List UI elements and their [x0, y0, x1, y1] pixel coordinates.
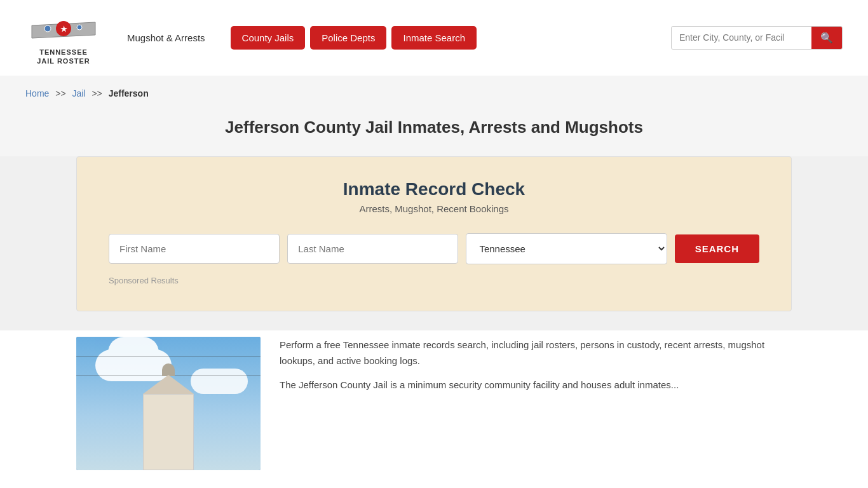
content-para2: The Jefferson County Jail is a minimum s…: [280, 377, 792, 393]
police-depts-button[interactable]: Police Depts: [310, 26, 386, 50]
header: ★ TENNESSEE JAIL ROSTER Mugshot & Arrest…: [0, 0, 868, 76]
content-flex: Perform a free Tennessee inmate records …: [76, 330, 792, 470]
logo-icon: ★: [29, 10, 98, 48]
inmate-search-form: Tennessee Alabama Georgia Kentucky Virgi…: [109, 233, 759, 264]
header-search-button[interactable]: 🔍: [811, 27, 842, 49]
breadcrumb-home[interactable]: Home: [25, 88, 49, 98]
breadcrumb-sep1: >>: [55, 88, 65, 98]
svg-text:★: ★: [60, 25, 67, 34]
breadcrumb-bar: Home >> Jail >> Jefferson: [0, 76, 868, 105]
breadcrumb-sep2: >>: [92, 88, 102, 98]
page-title: Jefferson County Jail Inmates, Arrests a…: [25, 118, 843, 137]
county-jails-button[interactable]: County Jails: [231, 26, 306, 50]
breadcrumb-current: Jefferson: [109, 88, 149, 98]
svg-point-4: [77, 25, 82, 30]
breadcrumb-jail[interactable]: Jail: [72, 88, 86, 98]
page-title-section: Jefferson County Jail Inmates, Arrests a…: [0, 105, 868, 156]
inmate-search-button-form[interactable]: SEARCH: [675, 234, 759, 263]
wire1: [76, 356, 261, 356]
header-search: 🔍: [671, 26, 843, 50]
record-check-box: Inmate Record Check Arrests, Mugshot, Re…: [76, 156, 792, 311]
logo[interactable]: ★ TENNESSEE JAIL ROSTER: [25, 10, 102, 66]
record-check-title: Inmate Record Check: [109, 179, 759, 200]
cloud2: [191, 369, 248, 394]
building: [143, 394, 194, 470]
content-area: Perform a free Tennessee inmate records …: [0, 330, 868, 488]
mugshot-arrests-link[interactable]: Mugshot & Arrests: [127, 32, 205, 43]
content-para1: Perform a free Tennessee inmate records …: [280, 337, 792, 369]
building-dome: [162, 363, 175, 376]
content-text: Perform a free Tennessee inmate records …: [280, 337, 792, 401]
header-search-input[interactable]: [672, 27, 811, 48]
svg-point-3: [44, 25, 51, 32]
inmate-search-button[interactable]: Inmate Search: [391, 26, 477, 50]
content-image: [76, 337, 261, 470]
record-check-subtitle: Arrests, Mugshot, Recent Bookings: [109, 203, 759, 214]
breadcrumb: Home >> Jail >> Jefferson: [25, 88, 843, 98]
state-select[interactable]: Tennessee Alabama Georgia Kentucky Virgi…: [466, 233, 667, 264]
first-name-input[interactable]: [109, 234, 280, 264]
nav-buttons: County Jails Police Depts Inmate Search: [231, 26, 477, 50]
sponsored-results-label: Sponsored Results: [109, 276, 759, 285]
last-name-input[interactable]: [287, 234, 458, 264]
building-top: [143, 375, 194, 394]
logo-text: TENNESSEE JAIL ROSTER: [37, 48, 90, 66]
